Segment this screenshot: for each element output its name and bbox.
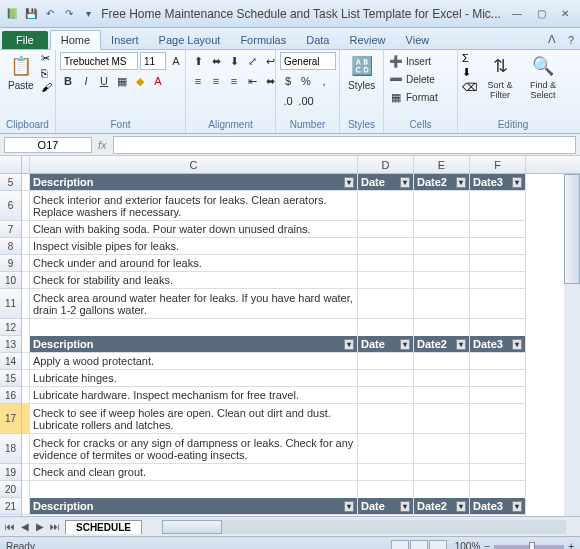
cell-date2[interactable]	[414, 464, 470, 481]
tab-home[interactable]: Home	[50, 30, 101, 50]
filter-dropdown-icon[interactable]: ▾	[344, 177, 354, 188]
cell-date2[interactable]	[414, 434, 470, 464]
cell[interactable]	[22, 404, 30, 434]
cell[interactable]	[22, 319, 30, 336]
tab-file[interactable]: File	[2, 31, 48, 49]
cell[interactable]	[22, 336, 30, 353]
filter-dropdown-icon[interactable]: ▾	[512, 339, 522, 350]
cell-date[interactable]	[358, 464, 414, 481]
cell-date3[interactable]	[470, 370, 526, 387]
header-cell-date[interactable]: Date▾	[358, 336, 414, 353]
cell-date[interactable]	[358, 353, 414, 370]
page-break-view-button[interactable]	[429, 540, 447, 550]
header-cell-date3[interactable]: Date3▾	[470, 498, 526, 515]
tab-view[interactable]: View	[396, 31, 440, 49]
cell[interactable]	[22, 434, 30, 464]
row-header[interactable]: 18	[0, 434, 22, 464]
cell-date3[interactable]	[470, 353, 526, 370]
cell[interactable]	[22, 255, 30, 272]
cell-date3[interactable]	[470, 289, 526, 319]
fill-icon[interactable]: ⬇	[462, 66, 478, 79]
cell[interactable]	[22, 464, 30, 481]
align-bottom-icon[interactable]: ⬇	[226, 53, 242, 69]
col-header-e[interactable]: E	[414, 156, 470, 173]
align-right-icon[interactable]: ≡	[226, 73, 242, 89]
cell[interactable]	[22, 353, 30, 370]
cell-date3[interactable]	[470, 272, 526, 289]
filter-dropdown-icon[interactable]: ▾	[400, 501, 410, 512]
cell-description[interactable]: Check interior and exterior faucets for …	[30, 191, 358, 221]
cell-description[interactable]: Clean with baking soda. Pour water down …	[30, 221, 358, 238]
header-cell-date3[interactable]: Date3▾	[470, 174, 526, 191]
cell-description[interactable]	[30, 319, 358, 336]
cell-date3[interactable]	[470, 404, 526, 434]
cell-description[interactable]: Apply a wood protectant.	[30, 353, 358, 370]
filter-dropdown-icon[interactable]: ▾	[456, 501, 466, 512]
cell-date3[interactable]	[470, 515, 526, 516]
cell-date[interactable]	[358, 255, 414, 272]
fx-icon[interactable]: fx	[98, 139, 107, 151]
fill-color-icon[interactable]: ◆	[132, 73, 148, 89]
header-cell-date2[interactable]: Date2▾	[414, 174, 470, 191]
cell-date3[interactable]	[470, 481, 526, 498]
row-header[interactable]: 11	[0, 289, 22, 319]
zoom-slider[interactable]	[494, 545, 564, 549]
col-header-b[interactable]	[22, 156, 30, 173]
cell-date2[interactable]	[414, 221, 470, 238]
cell[interactable]	[22, 174, 30, 191]
cell[interactable]	[22, 272, 30, 289]
select-all-corner[interactable]	[0, 156, 22, 173]
delete-cells-button[interactable]: ➖Delete	[388, 70, 435, 88]
cell-date2[interactable]	[414, 238, 470, 255]
align-top-icon[interactable]: ⬆	[190, 53, 206, 69]
col-header-d[interactable]: D	[358, 156, 414, 173]
orientation-icon[interactable]: ⤢	[244, 53, 260, 69]
filter-dropdown-icon[interactable]: ▾	[512, 501, 522, 512]
cell-date2[interactable]	[414, 387, 470, 404]
tab-review[interactable]: Review	[339, 31, 395, 49]
filter-dropdown-icon[interactable]: ▾	[512, 177, 522, 188]
cell-date2[interactable]	[414, 272, 470, 289]
bold-icon[interactable]: B	[60, 73, 76, 89]
cell-description[interactable]: Check and clean grout.	[30, 464, 358, 481]
tab-data[interactable]: Data	[296, 31, 339, 49]
number-format-input[interactable]	[280, 52, 336, 70]
row-header[interactable]: 14	[0, 353, 22, 370]
grow-font-icon[interactable]: A	[168, 53, 184, 69]
normal-view-button[interactable]	[391, 540, 409, 550]
row-header[interactable]: 22	[0, 515, 22, 516]
cell-date2[interactable]	[414, 319, 470, 336]
cell[interactable]	[22, 370, 30, 387]
cell-date3[interactable]	[470, 434, 526, 464]
row-header[interactable]: 20	[0, 481, 22, 498]
cell-date[interactable]	[358, 191, 414, 221]
header-cell-date3[interactable]: Date3▾	[470, 336, 526, 353]
scrollbar-thumb[interactable]	[162, 520, 222, 534]
decrease-decimal-icon[interactable]: .00	[298, 93, 314, 109]
cell-date[interactable]	[358, 515, 414, 516]
insert-cells-button[interactable]: ➕Insert	[388, 52, 431, 70]
cell-description[interactable]: Check for cracks or any sign of dampness…	[30, 434, 358, 464]
name-box[interactable]: O17	[4, 137, 92, 153]
minimize-button[interactable]: —	[506, 6, 528, 22]
cell-description[interactable]: Inspect visible pipes for leaks.	[30, 238, 358, 255]
filter-dropdown-icon[interactable]: ▾	[400, 177, 410, 188]
tab-formulas[interactable]: Formulas	[230, 31, 296, 49]
row-header[interactable]: 15	[0, 370, 22, 387]
row-header[interactable]: 21	[0, 498, 22, 515]
font-name-input[interactable]	[60, 52, 138, 70]
cell-date2[interactable]	[414, 515, 470, 516]
cell-date3[interactable]	[470, 221, 526, 238]
cell-date2[interactable]	[414, 404, 470, 434]
cell[interactable]	[22, 481, 30, 498]
row-header[interactable]: 8	[0, 238, 22, 255]
row-header[interactable]: 9	[0, 255, 22, 272]
decrease-indent-icon[interactable]: ⇤	[244, 73, 260, 89]
cell-date2[interactable]	[414, 370, 470, 387]
align-center-icon[interactable]: ≡	[208, 73, 224, 89]
comma-icon[interactable]: ,	[316, 73, 332, 89]
percent-icon[interactable]: %	[298, 73, 314, 89]
zoom-out-button[interactable]: −	[484, 541, 490, 549]
cell[interactable]	[22, 221, 30, 238]
cell-date[interactable]	[358, 272, 414, 289]
